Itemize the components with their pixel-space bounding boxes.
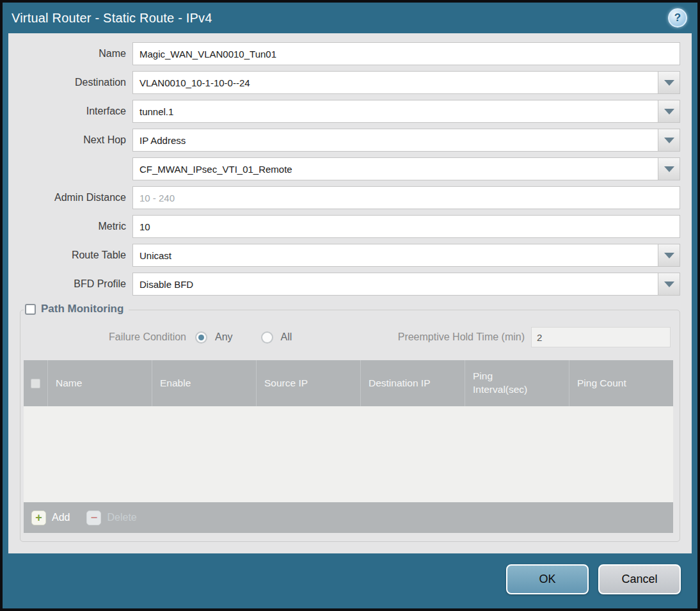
column-header-name[interactable]: Name: [47, 360, 152, 406]
metric-input[interactable]: [133, 216, 680, 237]
column-header-enable[interactable]: Enable: [152, 360, 256, 406]
form-row-destination: Destination VLAN0010_10-1-10-0--24: [20, 71, 680, 94]
form-row-bfd-profile: BFD Profile Disable BFD: [20, 273, 680, 296]
chevron-down-icon: [664, 138, 674, 143]
next-hop-dropdown-button[interactable]: [658, 129, 680, 151]
chevron-down-icon: [664, 80, 674, 86]
bfd-profile-value[interactable]: Disable BFD: [133, 273, 658, 295]
interface-dropdown-button[interactable]: [658, 100, 680, 122]
dialog-frame: Virtual Router - Static Route - IPv4 ? N…: [3, 3, 697, 608]
form-row-interface: Interface tunnel.1: [20, 100, 680, 123]
chevron-down-icon: [664, 253, 674, 258]
metric-field: [132, 215, 680, 238]
table-footer: + Add − Delete: [24, 502, 673, 533]
route-table-field: Unicast: [132, 244, 680, 267]
radio-all-icon[interactable]: [261, 331, 273, 344]
destination-field: VLAN0010_10-1-10-0--24: [132, 71, 680, 94]
destination-label: Destination: [20, 77, 132, 88]
column-header-destination-ip[interactable]: Destination IP: [360, 360, 465, 406]
cancel-button[interactable]: Cancel: [598, 564, 681, 594]
form-row-name: Name: [20, 42, 680, 65]
path-monitoring-legend: Path Monitoring: [24, 303, 129, 315]
name-field: [132, 42, 680, 65]
ok-button[interactable]: OK: [506, 564, 589, 594]
title-bar: Virtual Router - Static Route - IPv4 ?: [3, 3, 697, 33]
interface-field: tunnel.1: [132, 100, 680, 123]
interface-value[interactable]: tunnel.1: [133, 100, 658, 122]
preemptive-hold-time-label: Preemptive Hold Time (min): [398, 331, 531, 343]
chevron-down-icon: [664, 166, 674, 172]
column-header-ping-count[interactable]: Ping Count: [569, 360, 673, 406]
failure-condition-row: Failure Condition Any All Preemptive Hol…: [22, 327, 671, 347]
add-button[interactable]: + Add: [31, 511, 70, 525]
minus-icon: −: [86, 511, 101, 525]
column-header-ping-interval[interactable]: Ping Interval(sec): [465, 360, 569, 406]
path-monitoring-checkbox[interactable]: [25, 304, 36, 315]
next-hop-label: Next Hop: [20, 134, 132, 146]
column-header-source-ip[interactable]: Source IP: [256, 360, 360, 406]
next-hop-value[interactable]: IP Address: [133, 129, 658, 151]
dialog-title: Virtual Router - Static Route - IPv4: [12, 11, 668, 26]
route-table-value[interactable]: Unicast: [133, 244, 658, 266]
radio-any-icon[interactable]: [195, 331, 207, 344]
table-header: Name Enable Source IP Destination IP Pin…: [24, 360, 673, 406]
chevron-down-icon: [664, 109, 674, 115]
add-button-label: Add: [52, 512, 70, 523]
dialog-window: Virtual Router - Static Route - IPv4 ? N…: [0, 0, 700, 611]
next-hop-field: IP Address: [132, 129, 680, 152]
path-monitoring-table: Name Enable Source IP Destination IP Pin…: [24, 360, 673, 533]
admin-distance-field: [132, 186, 680, 209]
name-label: Name: [20, 48, 132, 60]
next-hop-address-value[interactable]: CF_MWAN_IPsec_VTI_01_Remote: [133, 158, 658, 180]
route-table-label: Route Table: [20, 250, 132, 261]
form-row-next-hop-address: CF_MWAN_IPsec_VTI_01_Remote: [20, 157, 680, 180]
form-row-route-table: Route Table Unicast: [20, 244, 680, 267]
path-monitoring-title: Path Monitoring: [41, 303, 123, 315]
form-row-metric: Metric: [20, 215, 680, 238]
bfd-profile-dropdown-button[interactable]: [658, 273, 680, 295]
form-row-next-hop: Next Hop IP Address: [20, 129, 680, 152]
interface-label: Interface: [20, 106, 132, 117]
table-body-empty: [24, 406, 673, 502]
admin-distance-input[interactable]: [133, 187, 680, 209]
failure-condition-label: Failure Condition: [22, 331, 195, 343]
dialog-body: Name Destination VLAN0010_10-1-10-0--24 …: [8, 33, 692, 553]
bfd-profile-label: BFD Profile: [20, 278, 132, 290]
bfd-profile-field: Disable BFD: [132, 273, 680, 296]
radio-any-label: Any: [215, 331, 233, 343]
select-all-checkbox[interactable]: [31, 379, 40, 388]
route-table-dropdown-button[interactable]: [658, 244, 680, 266]
failure-condition-all-option[interactable]: All: [261, 331, 292, 344]
delete-button-label: Delete: [107, 512, 136, 523]
preemptive-hold-time-input[interactable]: [531, 327, 671, 347]
table-header-checkbox-cell: [24, 360, 47, 406]
next-hop-address-field: CF_MWAN_IPsec_VTI_01_Remote: [132, 157, 680, 180]
admin-distance-label: Admin Distance: [20, 192, 132, 203]
form-row-admin-distance: Admin Distance: [20, 186, 680, 209]
delete-button[interactable]: − Delete: [86, 511, 136, 525]
radio-all-label: All: [281, 331, 292, 343]
chevron-down-icon: [664, 282, 674, 287]
next-hop-address-dropdown-button[interactable]: [658, 158, 680, 180]
name-input[interactable]: [133, 43, 680, 65]
dialog-action-bar: OK Cancel: [3, 553, 697, 608]
destination-value[interactable]: VLAN0010_10-1-10-0--24: [133, 72, 658, 93]
help-icon[interactable]: ?: [668, 8, 687, 28]
plus-icon: +: [31, 511, 46, 525]
failure-condition-any-option[interactable]: Any: [195, 331, 233, 344]
destination-dropdown-button[interactable]: [658, 72, 680, 93]
path-monitoring-section: Path Monitoring Failure Condition Any Al…: [20, 310, 680, 542]
metric-label: Metric: [20, 221, 132, 232]
